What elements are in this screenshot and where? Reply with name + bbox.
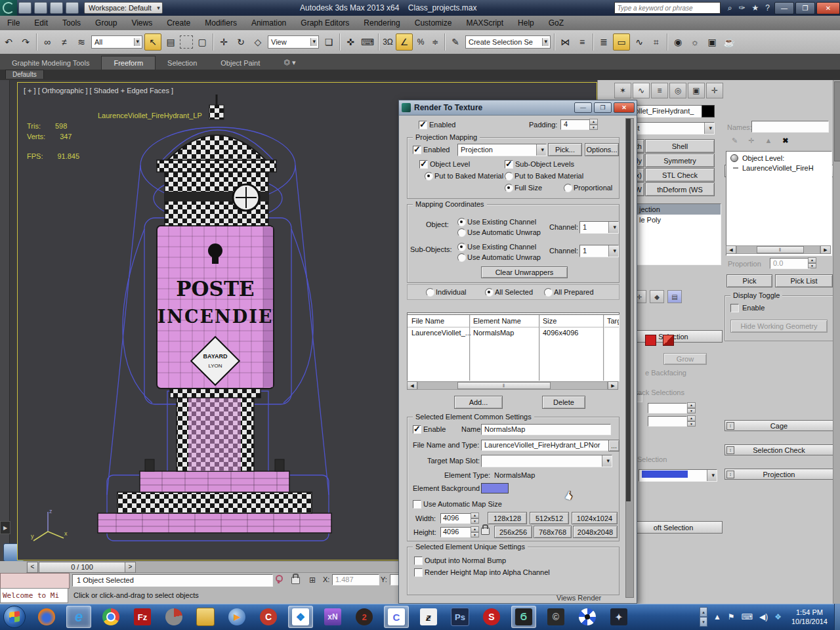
modifier-button-shell[interactable]: Shell [645,139,715,153]
use-pivot-center-icon[interactable]: ❏ [321,34,337,50]
output-scroll-right-icon[interactable]: ▶ [608,381,618,390]
clear-unwrappers-button[interactable]: Clear Unwrappers [481,266,568,278]
create-tab-icon[interactable]: ✶ [614,83,631,98]
viewport-label[interactable]: [ + ] [ Orthographic ] [ Shaded + Edged … [24,87,173,94]
unlink-icon[interactable]: ≠ [56,34,72,50]
command-panel-scrollbar[interactable] [833,80,840,604]
output-scroll-left-icon[interactable]: ◀ [407,381,417,390]
select-manipulate-icon[interactable]: ✜ [343,34,358,50]
projection-dropdown[interactable]: Projection [457,144,547,156]
object-existing-radio[interactable] [457,218,466,226]
selection-param-field-2[interactable] [648,416,687,427]
keyshot-icon[interactable] [576,606,599,627]
show-end-result-icon[interactable]: ◆ [650,290,664,303]
maxscript-listener-text[interactable]: Welcome to Mi [0,588,68,603]
menu-file[interactable]: File [0,18,27,28]
undo-history-icon[interactable] [66,2,79,14]
x-coord-field[interactable]: 1.487 [332,574,379,585]
target-map-slot-dropdown[interactable] [481,455,612,467]
chrome-icon[interactable] [99,606,123,627]
scroll-right-icon[interactable]: ▶ [820,245,831,254]
menu-rendering[interactable]: Rendering [356,18,407,28]
channel-dropdown-1[interactable]: 1 [579,221,619,234]
aspect-lock-icon[interactable] [481,524,490,535]
firefox-icon[interactable] [35,606,58,627]
padding-spinner[interactable] [589,119,598,130]
open-file-icon[interactable] [34,2,47,14]
sub-auto-radio[interactable] [457,253,466,262]
rectangular-selection-icon[interactable] [180,35,193,49]
output-normal-bump-checkbox[interactable] [414,556,423,565]
names-field[interactable] [751,121,829,133]
named-selection-dropdown[interactable]: Create Selection Se [465,35,551,49]
windows-explorer-icon[interactable] [194,606,217,627]
dropbox-tray-icon[interactable]: ❖ [774,612,782,621]
height-alpha-checkbox[interactable] [414,568,423,577]
menu-tools[interactable]: Tools [55,18,88,28]
sub-object-levels-checkbox[interactable] [505,160,513,169]
menu-animation[interactable]: Animation [244,18,293,28]
new-file-icon[interactable] [18,2,32,14]
select-move-icon[interactable]: ✛ [216,34,232,50]
delete-button[interactable]: Delete [542,396,585,409]
width-field[interactable]: 4096 [440,513,471,524]
zbrush-icon[interactable]: ƶ [417,606,440,627]
browse-button[interactable]: ... [608,440,620,452]
individual-radio[interactable] [426,288,434,297]
proportional-radio[interactable] [564,184,572,192]
select-rotate-icon[interactable]: ↻ [233,34,249,50]
utilities-tab-icon[interactable]: ✛ [706,83,723,98]
menu-create[interactable]: Create [159,18,198,28]
selection-param-spinner-1[interactable] [687,402,696,413]
redo-icon[interactable]: ↷ [18,34,33,50]
maximize-button[interactable]: ❐ [795,2,815,14]
prev-frame-button[interactable]: < [27,562,38,573]
pm-options-button[interactable]: Options... [585,143,619,156]
pick-arrow-icon[interactable]: ▲ [765,136,772,145]
isolate-selection-icon[interactable] [274,574,282,584]
search-input[interactable] [615,3,720,13]
col-element-name[interactable]: Element Name [473,317,521,325]
modifier-list-dropdown[interactable]: st [631,122,715,135]
material-editor-icon[interactable]: ◉ [670,34,686,50]
pm-enabled-checkbox[interactable] [413,146,421,154]
motion-tab-icon[interactable]: ◎ [669,83,686,98]
absolute-offset-icon[interactable]: ⊞ [306,574,319,586]
col-target[interactable]: Targ [607,317,620,325]
menu-help[interactable]: Help [511,18,541,28]
file-name-field[interactable]: LaurenceViollet_FireHydrant_LPNor [481,440,610,451]
all-selected-radio[interactable] [485,288,494,297]
selection-check-rollout[interactable]: ↕Selection Check [724,444,833,455]
padding-field[interactable]: 4 [560,119,591,130]
curve-editor-icon[interactable]: ∿ [631,34,647,50]
network-icon[interactable]: ⌨ [742,612,753,621]
menu-modifiers[interactable]: Modifiers [198,18,244,28]
size-256-button[interactable]: 256x256 [494,526,532,538]
menu-graph-editors[interactable]: Graph Editors [293,18,356,28]
grow-button[interactable]: Grow [663,353,707,365]
cage-rollout[interactable]: ↕Cage [724,420,833,431]
auto-map-size-checkbox[interactable] [413,500,421,509]
menu-edit[interactable]: Edit [27,18,55,28]
modifier-button-stl-check[interactable]: STL Check [645,168,715,182]
help-search-box[interactable] [614,2,721,14]
stack-item-editable-poly[interactable]: le Poly [630,215,721,225]
configure-modifier-sets-icon[interactable]: ▤ [667,290,682,303]
scrollbar-thumb[interactable] [834,81,840,161]
output-table[interactable]: File Name Element Name Size Targ Laurenc… [407,314,620,381]
width-spinner[interactable] [471,513,479,524]
select-object-icon[interactable]: ↖ [144,33,161,51]
dialog-title-bar[interactable]: Render To Texture — ❐ ✕ [399,100,637,116]
material-id-dropdown[interactable] [639,469,717,482]
hierarchy-tab-icon[interactable]: ≡ [651,83,668,98]
pick-button[interactable]: Pick [726,274,772,287]
object-color-swatch[interactable] [702,105,715,117]
schematic-view-icon[interactable]: ⌗ [648,34,664,50]
circle-c-app-icon[interactable]: © [544,606,568,627]
window-crossing-icon[interactable]: ▢ [194,34,210,50]
mirror-icon[interactable]: ⋈ [557,34,573,50]
internet-explorer-icon[interactable]: e [66,606,91,628]
size-1024-button[interactable]: 1024x1024 [572,512,618,524]
stack-item-projection[interactable]: jection [630,204,721,215]
enabled-checkbox[interactable] [419,121,427,129]
